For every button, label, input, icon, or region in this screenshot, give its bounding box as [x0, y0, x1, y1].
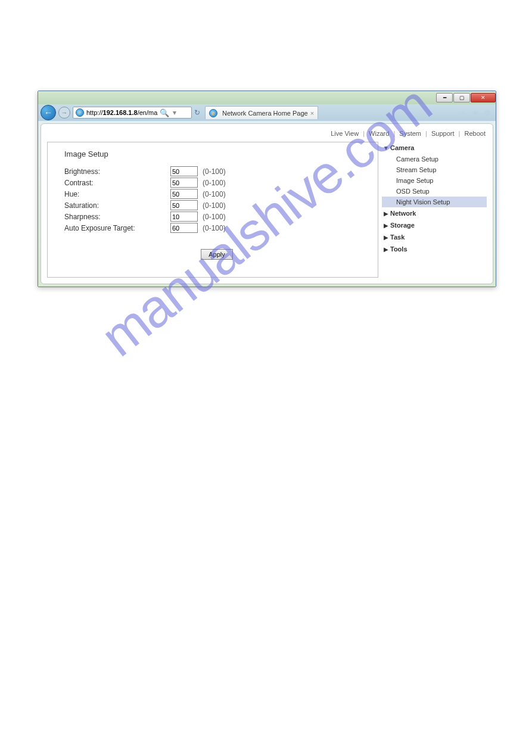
window-titlebar: ━ ▢ ✕	[38, 91, 496, 104]
page-title: Image Setup	[64, 150, 369, 158]
label-sharpness: Sharpness:	[64, 213, 170, 221]
input-sharpness[interactable]	[170, 211, 198, 222]
separator: |	[425, 130, 427, 137]
browser-tab[interactable]: e Network Camera Home Page ×	[205, 106, 318, 119]
cat-tools[interactable]: ▶ Tools	[382, 243, 487, 255]
cat-task-label: Task	[390, 234, 405, 241]
main-panel: Image Setup Brightness: (0-100) Contrast…	[47, 142, 378, 278]
address-text: http://192.168.1.8/en/ma	[86, 109, 157, 116]
side-nav: ▼ Camera Camera Setup Stream Setup Image…	[382, 142, 487, 278]
range-auto-exposure: (0-100)	[203, 224, 226, 232]
refresh-button[interactable]: ↻	[194, 108, 200, 117]
label-saturation: Saturation:	[64, 201, 170, 210]
separator: |	[459, 130, 461, 137]
back-button[interactable]: ←	[41, 105, 56, 120]
nav-live-view[interactable]: Live View	[331, 130, 359, 137]
row-auto-exposure: Auto Exposure Target: (0-100)	[64, 222, 369, 234]
input-saturation[interactable]	[170, 200, 198, 210]
range-sharpness: (0-100)	[203, 213, 226, 221]
cat-task[interactable]: ▶ Task	[382, 231, 487, 243]
ie-icon: e	[209, 109, 217, 117]
range-saturation: (0-100)	[203, 201, 226, 210]
nav-reboot[interactable]: Reboot	[465, 130, 486, 137]
tab-title: Network Camera Home Page	[222, 110, 308, 117]
sub-stream-setup[interactable]: Stream Setup	[382, 164, 487, 175]
forward-arrow-icon: →	[61, 109, 68, 116]
nav-wizard[interactable]: Wizard	[369, 130, 389, 137]
row-brightness: Brightness: (0-100)	[64, 166, 369, 177]
row-hue: Hue: (0-100)	[64, 188, 369, 200]
page: Live View | Wizard | System | Support | …	[41, 123, 493, 284]
separator: |	[393, 130, 395, 137]
input-hue[interactable]	[170, 189, 198, 199]
cat-storage-label: Storage	[390, 222, 415, 229]
browser-nav-bar: ← → e http://192.168.1.8/en/ma 🔍 ▾ ↻ e N…	[38, 104, 496, 121]
address-bar[interactable]: e http://192.168.1.8/en/ma 🔍 ▾	[73, 107, 192, 119]
caret-right-icon: ▶	[382, 222, 390, 229]
back-arrow-icon: ←	[44, 108, 52, 117]
caret-right-icon: ▶	[382, 246, 390, 253]
tools-gear-icon[interactable]: ⚙	[483, 108, 491, 117]
cat-network-label: Network	[390, 210, 416, 217]
cat-camera[interactable]: ▼ Camera	[382, 142, 487, 154]
search-icon[interactable]: 🔍	[160, 108, 169, 117]
top-nav: Live View | Wizard | System | Support | …	[47, 127, 487, 142]
nav-system[interactable]: System	[399, 130, 421, 137]
caret-down-icon: ▼	[382, 145, 390, 151]
favorites-icon[interactable]: ★	[471, 108, 480, 117]
separator: |	[363, 130, 365, 137]
window-controls: ━ ▢ ✕	[435, 91, 496, 104]
browser-window: ━ ▢ ✕ ← → e http://192.168.1.8/en/ma 🔍 ▾…	[38, 91, 496, 287]
label-contrast: Contrast:	[64, 179, 170, 187]
ie-icon: e	[76, 108, 84, 117]
cat-storage[interactable]: ▶ Storage	[382, 219, 487, 231]
apply-button[interactable]: Apply	[201, 249, 233, 260]
label-brightness: Brightness:	[64, 167, 170, 176]
caret-right-icon: ▶	[382, 234, 390, 241]
titlebar-blur	[38, 91, 435, 104]
minimize-button[interactable]: ━	[436, 93, 453, 102]
sub-image-setup[interactable]: Image Setup	[382, 175, 487, 186]
dropdown-icon[interactable]: ▾	[173, 108, 176, 117]
forward-button[interactable]: →	[58, 107, 70, 119]
row-saturation: Saturation: (0-100)	[64, 200, 369, 211]
range-contrast: (0-100)	[203, 179, 226, 187]
range-hue: (0-100)	[203, 190, 226, 198]
home-icon[interactable]: ⌂	[459, 108, 468, 117]
range-brightness: (0-100)	[203, 167, 226, 176]
cat-tools-label: Tools	[390, 245, 407, 253]
nav-support[interactable]: Support	[431, 130, 455, 137]
tab-close-icon[interactable]: ×	[310, 110, 314, 117]
maximize-button[interactable]: ▢	[453, 93, 470, 102]
caret-right-icon: ▶	[382, 210, 390, 217]
label-hue: Hue:	[64, 190, 170, 198]
cat-camera-label: Camera	[390, 144, 414, 151]
row-sharpness: Sharpness: (0-100)	[64, 211, 369, 222]
sub-camera-setup[interactable]: Camera Setup	[382, 154, 487, 164]
input-auto-exposure[interactable]	[170, 223, 198, 233]
input-brightness[interactable]	[170, 166, 198, 176]
close-button[interactable]: ✕	[471, 93, 496, 102]
content-frame: Live View | Wizard | System | Support | …	[38, 121, 496, 287]
sub-night-vision-setup[interactable]: Night Vision Setup	[382, 197, 487, 207]
row-contrast: Contrast: (0-100)	[64, 177, 369, 188]
sub-osd-setup[interactable]: OSD Setup	[382, 186, 487, 197]
cat-network[interactable]: ▶ Network	[382, 207, 487, 219]
input-contrast[interactable]	[170, 178, 198, 188]
label-auto-exposure: Auto Exposure Target:	[64, 224, 170, 232]
